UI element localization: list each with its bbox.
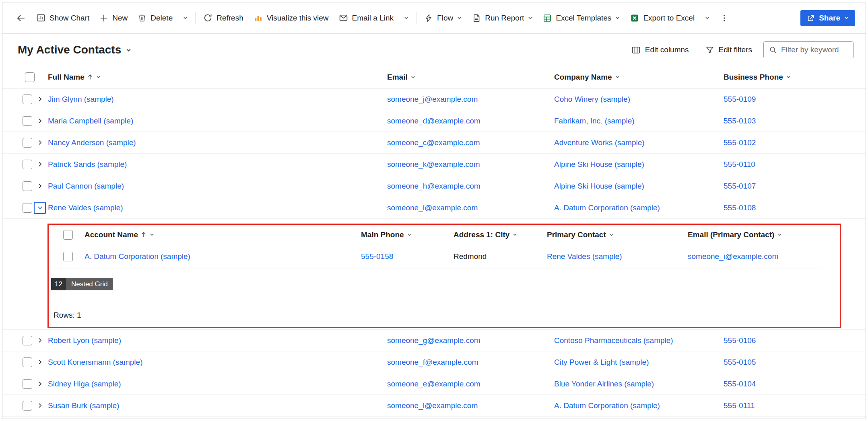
row-expand-button[interactable]	[34, 115, 46, 127]
export-to-excel-button[interactable]: Export to Excel	[625, 10, 699, 26]
refresh-button[interactable]: Refresh	[198, 10, 248, 26]
email-primary-contact-link[interactable]: someone_i@example.com	[688, 252, 778, 261]
flow-button[interactable]: Flow	[419, 10, 466, 26]
contact-fullname-link[interactable]: Paul Cannon (sample)	[48, 182, 124, 191]
company-name-link[interactable]: Contoso Pharmaceuticals (sample)	[554, 336, 673, 345]
business-phone-link[interactable]: 555-0105	[724, 358, 756, 367]
account-name-link[interactable]: A. Datum Corporation (sample)	[85, 252, 190, 261]
contact-email-link[interactable]: someone_k@example.com	[387, 160, 480, 169]
contact-fullname-link[interactable]: Sidney Higa (sample)	[48, 380, 121, 388]
company-name-link[interactable]: City Power & Light (sample)	[554, 358, 649, 367]
row-expand-button[interactable]	[34, 356, 46, 368]
edit-filters-button[interactable]: Edit filters	[700, 42, 757, 58]
column-header-email[interactable]: Email	[387, 73, 416, 82]
email-link-button[interactable]: Email a Link	[334, 10, 398, 26]
company-name-link[interactable]: Coho Winery (sample)	[554, 95, 630, 104]
more-commands-button[interactable]	[715, 10, 734, 26]
nested-select-all-checkbox[interactable]	[63, 230, 73, 240]
row-expand-button[interactable]	[34, 137, 46, 149]
column-header-primary-contact[interactable]: Primary Contact	[547, 230, 614, 239]
contact-email-link[interactable]: someone_f@example.com	[387, 358, 478, 367]
contact-email-link[interactable]: someone_c@example.com	[387, 138, 480, 147]
chevron-right-icon	[37, 381, 43, 387]
view-selector[interactable]: My Active Contacts	[18, 43, 132, 56]
contact-email-link[interactable]: someone_j@example.com	[387, 95, 478, 104]
company-name-link[interactable]: Alpine Ski House (sample)	[554, 160, 644, 169]
business-phone-link[interactable]: 555-0106	[724, 336, 756, 345]
business-phone-link[interactable]: 555-0107	[724, 182, 756, 191]
column-header-email-primary-contact[interactable]: Email (Primary Contact)	[688, 230, 782, 239]
contact-fullname-link[interactable]: Susan Burk (sample)	[48, 401, 119, 410]
row-expand-button[interactable]	[34, 378, 46, 390]
email-link-dropdown-button[interactable]	[399, 12, 413, 24]
company-name-link[interactable]: Fabrikam, Inc. (sample)	[554, 117, 635, 125]
row-checkbox[interactable]	[23, 203, 32, 213]
row-checkbox[interactable]	[23, 181, 32, 191]
row-expand-button[interactable]	[34, 335, 46, 347]
business-phone-link[interactable]: 555-0102	[724, 138, 756, 147]
company-name-link[interactable]: Adventure Works (sample)	[554, 138, 645, 147]
row-checkbox[interactable]	[23, 138, 32, 148]
business-phone-link[interactable]: 555-0111	[724, 401, 755, 410]
contact-fullname-link[interactable]: Patrick Sands (sample)	[48, 160, 127, 169]
show-chart-button[interactable]: Show Chart	[31, 10, 94, 26]
contact-email-link[interactable]: someone_i@example.com	[387, 203, 478, 212]
primary-contact-link[interactable]: Rene Valdes (sample)	[547, 252, 622, 261]
filter-keyword-input[interactable]	[781, 45, 848, 54]
run-report-button[interactable]: Run Report	[467, 10, 537, 26]
row-checkbox[interactable]	[23, 401, 32, 411]
contact-email-link[interactable]: someone_g@example.com	[387, 336, 480, 345]
column-header-main-phone[interactable]: Main Phone	[361, 230, 412, 239]
row-checkbox[interactable]	[23, 336, 32, 345]
column-header-address-city[interactable]: Address 1: City	[454, 230, 518, 239]
contact-email-link[interactable]: someone_e@example.com	[387, 380, 480, 388]
row-expand-button[interactable]	[34, 93, 46, 105]
row-expand-button[interactable]	[34, 180, 46, 192]
row-expand-button[interactable]	[34, 400, 46, 412]
nested-row-checkbox[interactable]	[63, 252, 73, 261]
business-phone-link[interactable]: 555-0108	[724, 203, 756, 212]
row-expand-button[interactable]	[34, 158, 46, 170]
main-phone-link[interactable]: 555-0158	[361, 252, 393, 261]
row-checkbox[interactable]	[23, 116, 32, 126]
column-header-business-phone[interactable]: Business Phone	[724, 73, 791, 82]
row-checkbox[interactable]	[23, 357, 32, 367]
business-phone-link[interactable]: 555-0104	[724, 380, 756, 388]
chevron-down-icon	[96, 74, 101, 80]
delete-button[interactable]: Delete	[133, 10, 177, 26]
row-checkbox[interactable]	[23, 94, 32, 104]
column-header-account-name[interactable]: Account Name	[85, 230, 155, 239]
business-phone-link[interactable]: 555-0103	[724, 117, 756, 125]
column-header-company-name[interactable]: Company Name	[554, 73, 620, 82]
grid-rows: Jim Glynn (sample)someone_j@example.comC…	[2, 88, 866, 219]
row-collapse-button[interactable]	[34, 202, 46, 214]
column-header-full-name[interactable]: Full Name	[48, 73, 101, 82]
contact-fullname-link[interactable]: Scott Konersmann (sample)	[48, 358, 143, 367]
share-button[interactable]: Share	[800, 10, 855, 26]
visualize-view-button[interactable]: Visualize this view	[249, 10, 333, 26]
select-all-checkbox[interactable]	[25, 72, 35, 82]
company-name-link[interactable]: A. Datum Corporation (sample)	[554, 401, 660, 410]
contact-fullname-link[interactable]: Nancy Anderson (sample)	[48, 138, 136, 147]
row-checkbox[interactable]	[23, 379, 32, 389]
contact-fullname-link[interactable]: Maria Campbell (sample)	[48, 117, 133, 125]
edit-columns-button[interactable]: Edit columns	[626, 42, 694, 58]
contact-email-link[interactable]: someone_d@example.com	[387, 117, 480, 125]
contact-email-link[interactable]: someone_l@example.com	[387, 401, 478, 410]
contact-fullname-link[interactable]: Jim Glynn (sample)	[48, 95, 114, 104]
delete-dropdown-button[interactable]	[178, 12, 192, 24]
company-name-link[interactable]: Alpine Ski House (sample)	[554, 182, 644, 191]
excel-templates-button[interactable]: Excel Templates	[538, 10, 625, 26]
view-controls: Edit columns Edit filters	[626, 41, 854, 58]
company-name-link[interactable]: Blue Yonder Airlines (sample)	[554, 380, 654, 388]
contact-email-link[interactable]: someone_h@example.com	[387, 182, 480, 191]
export-to-excel-dropdown-button[interactable]	[700, 12, 714, 24]
business-phone-link[interactable]: 555-0110	[724, 160, 755, 169]
business-phone-link[interactable]: 555-0109	[724, 95, 756, 104]
row-checkbox[interactable]	[23, 160, 32, 169]
back-button[interactable]	[11, 10, 31, 27]
contact-fullname-link[interactable]: Rene Valdes (sample)	[48, 203, 123, 212]
contact-fullname-link[interactable]: Robert Lyon (sample)	[48, 336, 121, 345]
new-button[interactable]: New	[95, 10, 132, 26]
company-name-link[interactable]: A. Datum Corporation (sample)	[554, 203, 660, 212]
